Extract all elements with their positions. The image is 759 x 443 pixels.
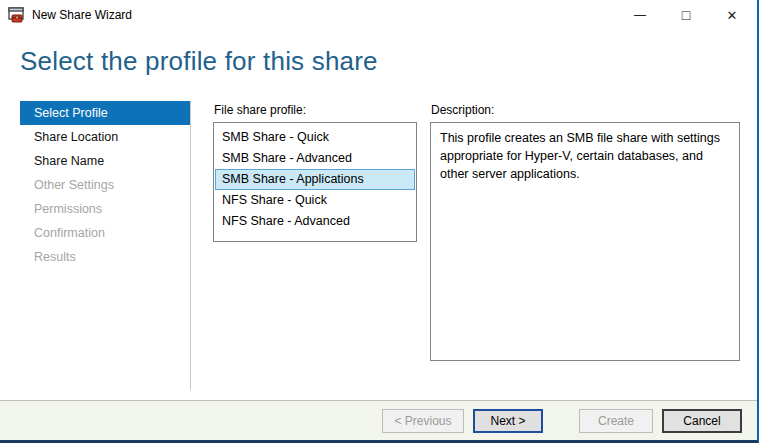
- profile-option-nfs-quick[interactable]: NFS Share - Quick: [215, 190, 415, 211]
- profile-option-smb-quick[interactable]: SMB Share - Quick: [215, 127, 415, 148]
- file-share-profile-listbox[interactable]: SMB Share - Quick SMB Share - Advanced S…: [213, 122, 417, 242]
- new-share-wizard-window: New Share Wizard — □ ✕ Select the profil…: [0, 0, 759, 443]
- sidebar-item-share-location[interactable]: Share Location: [20, 125, 190, 149]
- sidebar-item-results: Results: [20, 245, 190, 269]
- share-wizard-app-icon: [8, 7, 25, 24]
- profile-list-label: File share profile:: [214, 103, 417, 117]
- sidebar-item-confirmation: Confirmation: [20, 221, 190, 245]
- previous-button: < Previous: [382, 409, 464, 433]
- sidebar-item-permissions: Permissions: [20, 197, 190, 221]
- description-section: Description: This profile creates an SMB…: [430, 101, 740, 400]
- profile-option-nfs-advanced[interactable]: NFS Share - Advanced: [215, 211, 415, 232]
- wizard-content: Select Profile Share Location Share Name…: [0, 88, 757, 400]
- close-icon[interactable]: ✕: [709, 0, 755, 30]
- window-controls: — □ ✕: [617, 0, 755, 30]
- description-text: This profile creates an SMB file share w…: [440, 131, 720, 181]
- sidebar-item-select-profile[interactable]: Select Profile: [20, 101, 190, 125]
- wizard-footer: < Previous Next > Create Cancel: [0, 400, 757, 440]
- cancel-button[interactable]: Cancel: [662, 409, 742, 433]
- page-title: Select the profile for this share: [20, 46, 757, 88]
- minimize-icon[interactable]: —: [617, 0, 663, 30]
- next-button[interactable]: Next >: [473, 409, 543, 433]
- create-button: Create: [579, 409, 653, 433]
- window-title: New Share Wizard: [32, 8, 132, 22]
- title-bar: New Share Wizard — □ ✕: [0, 0, 757, 30]
- maximize-icon[interactable]: □: [663, 0, 709, 30]
- content-divider: [190, 101, 191, 390]
- profile-list-section: File share profile: SMB Share - Quick SM…: [213, 101, 417, 400]
- profile-option-smb-applications[interactable]: SMB Share - Applications: [215, 169, 415, 190]
- sidebar-item-other-settings: Other Settings: [20, 173, 190, 197]
- description-label: Description:: [431, 103, 740, 117]
- description-box: This profile creates an SMB file share w…: [430, 122, 740, 361]
- profile-option-smb-advanced[interactable]: SMB Share - Advanced: [215, 148, 415, 169]
- wizard-steps-sidebar: Select Profile Share Location Share Name…: [20, 101, 190, 400]
- sidebar-item-share-name[interactable]: Share Name: [20, 149, 190, 173]
